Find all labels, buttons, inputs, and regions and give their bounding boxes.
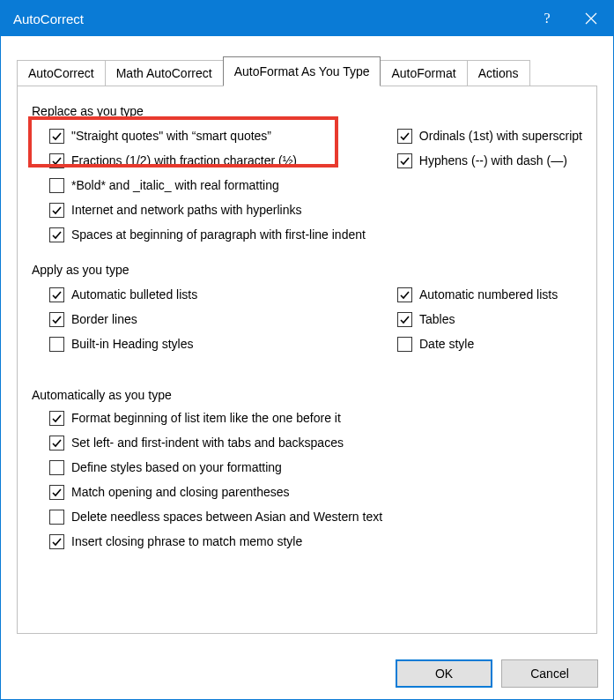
checkbox-label: Fractions (1/2) with fraction character … xyxy=(71,153,297,168)
checkbox[interactable] xyxy=(49,534,64,549)
auto-item-define-styles-based-on-your-formatting: Define styles based on your formatting xyxy=(49,460,582,475)
checkbox[interactable] xyxy=(397,287,412,302)
tab-panel: Replace as you type "Straight quotes" wi… xyxy=(17,86,597,634)
auto-item-match-opening-and-closing-parentheses: Match opening and closing parentheses xyxy=(49,485,582,500)
checkbox[interactable] xyxy=(49,129,64,144)
checkbox[interactable] xyxy=(397,337,412,352)
apply-item-tables: Tables xyxy=(397,312,582,327)
apply-row: Automatic bulleted listsBorder linesBuil… xyxy=(32,286,582,361)
auto-item-set-left-and-first-indent-with-tabs-and-: Set left- and first-indent with tabs and… xyxy=(49,436,582,451)
replace-row: "Straight quotes" with “smart quotes”Fra… xyxy=(32,127,582,252)
replace-item-fractions-1-2-with-fraction-character: Fractions (1/2) with fraction character … xyxy=(49,153,380,168)
svg-text:?: ? xyxy=(544,11,550,26)
section-title-auto: Automatically as you type xyxy=(32,388,582,402)
close-button[interactable] xyxy=(569,1,613,36)
window-title: AutoCorrect xyxy=(13,11,525,26)
checkbox-label: Tables xyxy=(419,312,455,327)
tab-math-autocorrect[interactable]: Math AutoCorrect xyxy=(105,60,224,86)
dialog-content: AutoCorrect Math AutoCorrect AutoFormat … xyxy=(1,36,613,634)
checkbox-label: Internet and network paths with hyperlin… xyxy=(71,203,301,218)
checkbox-label: Define styles based on your formatting xyxy=(71,460,282,475)
help-button[interactable]: ? xyxy=(525,1,569,36)
checkbox[interactable] xyxy=(49,287,64,302)
apply-item-automatic-numbered-lists: Automatic numbered lists xyxy=(397,287,582,302)
checkbox[interactable] xyxy=(49,485,64,500)
checkbox-label: "Straight quotes" with “smart quotes” xyxy=(71,129,271,144)
checkbox[interactable] xyxy=(49,460,64,475)
auto-item-format-beginning-of-list-item-like-the-o: Format beginning of list item like the o… xyxy=(49,411,582,426)
tab-actions[interactable]: Actions xyxy=(467,60,530,86)
section-title-apply: Apply as you type xyxy=(32,263,582,277)
cancel-button[interactable]: Cancel xyxy=(501,659,598,688)
checkbox-label: Border lines xyxy=(71,312,137,327)
checkbox[interactable] xyxy=(397,153,412,168)
tab-autoformat-as-you-type[interactable]: AutoFormat As You Type xyxy=(223,56,381,86)
checkbox-label: Automatic numbered lists xyxy=(419,287,558,302)
checkbox[interactable] xyxy=(49,312,64,327)
checkbox[interactable] xyxy=(49,510,64,525)
checkbox[interactable] xyxy=(49,203,64,218)
ok-button[interactable]: OK xyxy=(396,659,492,688)
replace-item-internet-and-network-paths-with-hyperlin: Internet and network paths with hyperlin… xyxy=(49,203,380,218)
apply-item-automatic-bulleted-lists: Automatic bulleted lists xyxy=(49,287,380,302)
checkbox[interactable] xyxy=(397,312,412,327)
checkbox[interactable] xyxy=(49,411,64,426)
dialog-buttons: OK Cancel xyxy=(396,659,598,688)
auto-item-delete-needless-spaces-between-asian-and: Delete needless spaces between Asian and… xyxy=(49,510,582,525)
tab-strip: AutoCorrect Math AutoCorrect AutoFormat … xyxy=(17,56,597,86)
replace-item-hyphens-with-dash: Hyphens (--) with dash (—) xyxy=(397,153,582,168)
tab-autoformat[interactable]: AutoFormat xyxy=(380,60,467,86)
auto-list: Format beginning of list item like the o… xyxy=(32,411,582,549)
checkbox-label: Delete needless spaces between Asian and… xyxy=(71,510,382,525)
replace-item-straight-quotes-with-smart-quotes: "Straight quotes" with “smart quotes” xyxy=(49,129,380,144)
checkbox[interactable] xyxy=(49,436,64,451)
checkbox-label: Hyphens (--) with dash (—) xyxy=(419,153,567,168)
checkbox-label: Set left- and first-indent with tabs and… xyxy=(71,436,344,451)
apply-item-built-in-heading-styles: Built-in Heading styles xyxy=(49,337,380,352)
replace-item-bold-and-italic-with-real-formatting: *Bold* and _italic_ with real formatting xyxy=(49,178,380,193)
titlebar: AutoCorrect ? xyxy=(1,1,613,36)
apply-item-border-lines: Border lines xyxy=(49,312,380,327)
checkbox[interactable] xyxy=(49,153,64,168)
checkbox-label: Spaces at beginning of paragraph with fi… xyxy=(71,227,366,242)
checkbox-label: Date style xyxy=(419,337,474,352)
checkbox-label: Automatic bulleted lists xyxy=(71,287,197,302)
checkbox[interactable] xyxy=(397,129,412,144)
checkbox-label: Built-in Heading styles xyxy=(71,337,194,352)
replace-item-spaces-at-beginning-of-paragraph-with-fi: Spaces at beginning of paragraph with fi… xyxy=(49,227,380,242)
section-title-replace: Replace as you type xyxy=(32,104,582,118)
checkbox-label: Insert closing phrase to match memo styl… xyxy=(71,534,302,549)
checkbox-label: Ordinals (1st) with superscript xyxy=(419,129,582,144)
tab-autocorrect[interactable]: AutoCorrect xyxy=(17,60,106,86)
replace-item-ordinals-1st-with-superscript: Ordinals (1st) with superscript xyxy=(397,129,582,144)
checkbox[interactable] xyxy=(49,178,64,193)
checkbox[interactable] xyxy=(49,337,64,352)
auto-item-insert-closing-phrase-to-match-memo-styl: Insert closing phrase to match memo styl… xyxy=(49,534,582,549)
checkbox-label: Match opening and closing parentheses xyxy=(71,485,290,500)
checkbox[interactable] xyxy=(49,227,64,242)
apply-item-date-style: Date style xyxy=(397,337,582,352)
checkbox-label: *Bold* and _italic_ with real formatting xyxy=(71,178,279,193)
checkbox-label: Format beginning of list item like the o… xyxy=(71,411,341,426)
